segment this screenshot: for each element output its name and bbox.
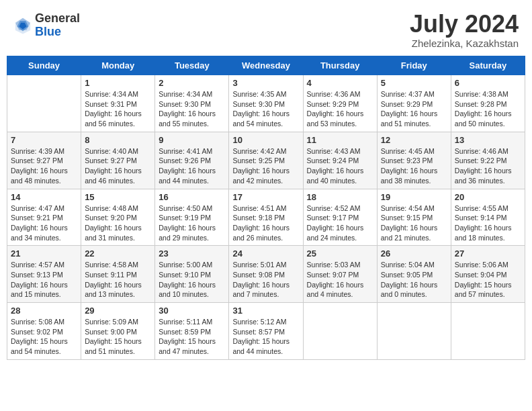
day-number: 17: [232, 192, 299, 202]
calendar-day-cell: 30Sunrise: 5:11 AMSunset: 8:59 PMDayligh…: [155, 303, 229, 360]
day-info: Sunrise: 4:34 AMSunset: 9:31 PMDaylight:…: [85, 89, 151, 129]
day-number: 19: [381, 192, 447, 202]
calendar-day-cell: 5Sunrise: 4:37 AMSunset: 9:29 PMDaylight…: [377, 75, 451, 132]
day-of-week-header: Saturday: [451, 56, 525, 75]
calendar-day-cell: 1Sunrise: 4:34 AMSunset: 9:31 PMDaylight…: [81, 75, 155, 132]
day-number: 27: [455, 248, 521, 259]
calendar-day-cell: 24Sunrise: 5:01 AMSunset: 9:08 PMDayligh…: [229, 246, 303, 303]
day-info: Sunrise: 4:58 AMSunset: 9:11 PMDaylight:…: [85, 260, 151, 300]
day-number: 25: [307, 248, 373, 259]
day-number: 15: [85, 192, 151, 202]
logo-blue: Blue: [35, 25, 61, 38]
day-of-week-header: Tuesday: [155, 56, 229, 75]
day-number: 30: [159, 306, 225, 316]
day-info: Sunrise: 4:54 AMSunset: 9:15 PMDaylight:…: [381, 203, 447, 243]
day-info: Sunrise: 4:36 AMSunset: 9:29 PMDaylight:…: [307, 89, 373, 129]
day-info: Sunrise: 4:47 AMSunset: 9:21 PMDaylight:…: [11, 203, 77, 243]
day-info: Sunrise: 5:09 AMSunset: 9:00 PMDaylight:…: [85, 317, 151, 357]
day-info: Sunrise: 4:37 AMSunset: 9:29 PMDaylight:…: [381, 89, 447, 129]
calendar-day-cell: 26Sunrise: 5:04 AMSunset: 9:05 PMDayligh…: [377, 246, 451, 303]
day-number: 18: [307, 192, 373, 202]
day-number: 11: [307, 135, 373, 145]
calendar-day-cell: 19Sunrise: 4:54 AMSunset: 9:15 PMDayligh…: [377, 189, 451, 246]
day-info: Sunrise: 4:40 AMSunset: 9:27 PMDaylight:…: [85, 146, 151, 186]
calendar-day-cell: 3Sunrise: 4:35 AMSunset: 9:30 PMDaylight…: [229, 75, 303, 132]
day-number: 3: [232, 78, 299, 88]
day-number: 26: [381, 248, 447, 259]
calendar-day-cell: 23Sunrise: 5:00 AMSunset: 9:10 PMDayligh…: [155, 246, 229, 303]
day-number: 20: [455, 192, 521, 202]
day-number: 10: [232, 135, 299, 145]
location-subtitle: Zhelezinka, Kazakhstan: [410, 38, 519, 49]
day-number: 7: [11, 135, 77, 145]
day-number: 31: [232, 306, 299, 316]
day-of-week-header: Sunday: [7, 56, 81, 75]
day-info: Sunrise: 4:38 AMSunset: 9:28 PMDaylight:…: [455, 89, 521, 129]
day-number: 22: [85, 248, 151, 259]
day-info: Sunrise: 4:50 AMSunset: 9:19 PMDaylight:…: [159, 203, 225, 243]
calendar-day-cell: 29Sunrise: 5:09 AMSunset: 9:00 PMDayligh…: [81, 303, 155, 360]
day-number: 24: [232, 248, 299, 259]
calendar-day-cell: 22Sunrise: 4:58 AMSunset: 9:11 PMDayligh…: [81, 246, 155, 303]
calendar-day-cell: [303, 303, 377, 360]
calendar-day-cell: 31Sunrise: 5:12 AMSunset: 8:57 PMDayligh…: [229, 303, 303, 360]
day-number: 16: [159, 192, 225, 202]
logo: General Blue: [13, 12, 80, 39]
calendar-day-cell: [7, 75, 81, 132]
month-year-title: July 2024: [410, 12, 519, 36]
day-number: 8: [85, 135, 151, 145]
day-number: 29: [85, 306, 151, 316]
day-number: 2: [159, 78, 225, 88]
logo-text: General Blue: [35, 12, 80, 39]
day-info: Sunrise: 5:03 AMSunset: 9:07 PMDaylight:…: [307, 260, 373, 300]
day-info: Sunrise: 4:41 AMSunset: 9:26 PMDaylight:…: [159, 146, 225, 186]
calendar-day-cell: 28Sunrise: 5:08 AMSunset: 9:02 PMDayligh…: [7, 303, 81, 360]
day-info: Sunrise: 4:52 AMSunset: 9:17 PMDaylight:…: [307, 203, 373, 243]
day-number: 13: [455, 135, 521, 145]
day-info: Sunrise: 5:11 AMSunset: 8:59 PMDaylight:…: [159, 317, 225, 357]
calendar-day-cell: 12Sunrise: 4:45 AMSunset: 9:23 PMDayligh…: [377, 132, 451, 189]
calendar-day-cell: 8Sunrise: 4:40 AMSunset: 9:27 PMDaylight…: [81, 132, 155, 189]
day-of-week-header: Wednesday: [229, 56, 303, 75]
calendar-day-cell: 2Sunrise: 4:34 AMSunset: 9:30 PMDaylight…: [155, 75, 229, 132]
calendar-day-cell: 10Sunrise: 4:42 AMSunset: 9:25 PMDayligh…: [229, 132, 303, 189]
calendar-week-row: 1Sunrise: 4:34 AMSunset: 9:31 PMDaylight…: [7, 75, 525, 132]
day-number: 5: [381, 78, 447, 88]
day-info: Sunrise: 4:45 AMSunset: 9:23 PMDaylight:…: [381, 146, 447, 186]
logo-icon: [13, 16, 32, 35]
day-number: 12: [381, 135, 447, 145]
calendar-day-cell: 17Sunrise: 4:51 AMSunset: 9:18 PMDayligh…: [229, 189, 303, 246]
day-info: Sunrise: 4:46 AMSunset: 9:22 PMDaylight:…: [455, 146, 521, 186]
day-info: Sunrise: 5:04 AMSunset: 9:05 PMDaylight:…: [381, 260, 447, 300]
day-info: Sunrise: 4:35 AMSunset: 9:30 PMDaylight:…: [232, 89, 299, 129]
day-number: 28: [11, 306, 77, 316]
calendar-week-row: 21Sunrise: 4:57 AMSunset: 9:13 PMDayligh…: [7, 246, 525, 303]
day-of-week-header: Monday: [81, 56, 155, 75]
day-info: Sunrise: 4:57 AMSunset: 9:13 PMDaylight:…: [11, 260, 77, 300]
day-info: Sunrise: 5:12 AMSunset: 8:57 PMDaylight:…: [232, 317, 299, 357]
day-number: 6: [455, 78, 521, 88]
calendar-day-cell: 9Sunrise: 4:41 AMSunset: 9:26 PMDaylight…: [155, 132, 229, 189]
calendar-day-cell: 4Sunrise: 4:36 AMSunset: 9:29 PMDaylight…: [303, 75, 377, 132]
calendar-day-cell: 15Sunrise: 4:48 AMSunset: 9:20 PMDayligh…: [81, 189, 155, 246]
day-info: Sunrise: 4:43 AMSunset: 9:24 PMDaylight:…: [307, 146, 373, 186]
day-info: Sunrise: 4:34 AMSunset: 9:30 PMDaylight:…: [159, 89, 225, 129]
day-number: 9: [159, 135, 225, 145]
day-info: Sunrise: 4:55 AMSunset: 9:14 PMDaylight:…: [455, 203, 521, 243]
calendar-day-cell: 6Sunrise: 4:38 AMSunset: 9:28 PMDaylight…: [451, 75, 525, 132]
day-info: Sunrise: 5:06 AMSunset: 9:04 PMDaylight:…: [455, 260, 521, 300]
calendar-day-cell: 14Sunrise: 4:47 AMSunset: 9:21 PMDayligh…: [7, 189, 81, 246]
calendar-day-cell: [377, 303, 451, 360]
day-number: 14: [11, 192, 77, 202]
calendar-table: SundayMondayTuesdayWednesdayThursdayFrid…: [7, 56, 525, 360]
day-of-week-header: Thursday: [303, 56, 377, 75]
day-info: Sunrise: 5:00 AMSunset: 9:10 PMDaylight:…: [159, 260, 225, 300]
calendar-day-cell: [451, 303, 525, 360]
day-number: 4: [307, 78, 373, 88]
calendar-day-cell: 20Sunrise: 4:55 AMSunset: 9:14 PMDayligh…: [451, 189, 525, 246]
calendar-day-cell: 27Sunrise: 5:06 AMSunset: 9:04 PMDayligh…: [451, 246, 525, 303]
calendar-week-row: 14Sunrise: 4:47 AMSunset: 9:21 PMDayligh…: [7, 189, 525, 246]
calendar-day-cell: 11Sunrise: 4:43 AMSunset: 9:24 PMDayligh…: [303, 132, 377, 189]
calendar-week-row: 28Sunrise: 5:08 AMSunset: 9:02 PMDayligh…: [7, 303, 525, 360]
title-block: July 2024 Zhelezinka, Kazakhstan: [410, 12, 519, 49]
